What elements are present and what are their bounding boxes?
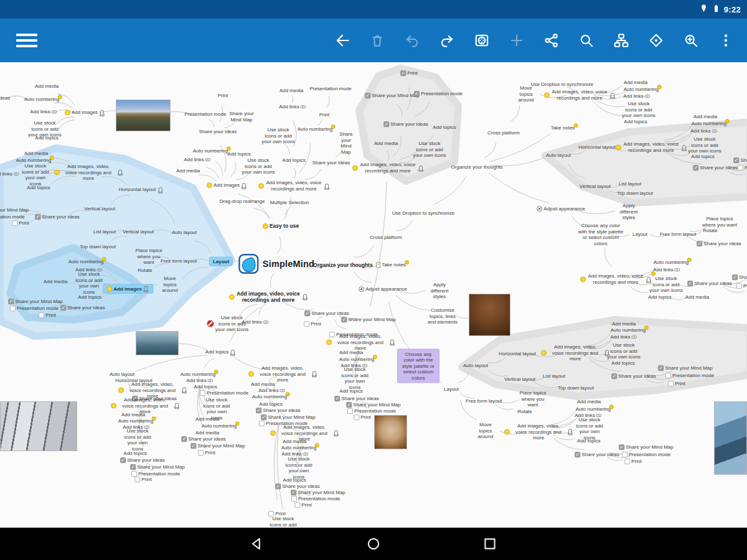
- mindmap-node[interactable]: Horizontal layout: [499, 351, 536, 357]
- mindmap-node[interactable]: Vertical layout: [123, 229, 154, 235]
- mindmap-node[interactable]: Share your ideas: [312, 160, 350, 166]
- mindmap-node[interactable]: Auto numbering: [24, 96, 59, 103]
- mindmap-node[interactable]: Add images, video, voice recordings and …: [229, 291, 309, 303]
- mindmap-node[interactable]: List layout: [543, 373, 565, 380]
- mindmap-node[interactable]: Use stock icons or add your own icons: [413, 141, 446, 159]
- mindmap-node[interactable]: Add topics: [227, 151, 250, 157]
- mindmap-node[interactable]: Top down layout: [617, 190, 653, 197]
- mindmap-node[interactable]: Share your Mind Map: [337, 131, 355, 155]
- mindmap-node[interactable]: Drag-drop rearrange: [220, 198, 265, 205]
- mindmap-node[interactable]: Use Dropbox to synchronize: [531, 82, 594, 88]
- mindmap-node[interactable]: Add media: [121, 412, 145, 418]
- mindmap-node[interactable]: Add media: [283, 439, 306, 445]
- mindmap-node[interactable]: Add topics: [577, 438, 600, 444]
- mindmap-node[interactable]: ✓Share your Mind Map: [346, 402, 400, 408]
- mindmap-canvas[interactable]: Add imagesShare your ideasAdd mediaAuto …: [0, 62, 747, 528]
- nav-recents-icon[interactable]: [482, 536, 498, 552]
- mindmap-node[interactable]: Add topics: [339, 388, 362, 394]
- mindmap-node[interactable]: Presentation mode: [736, 283, 747, 289]
- mindmap-node[interactable]: Add media: [577, 399, 601, 405]
- mindmap-node[interactable]: Use stock icons or add your own icons: [261, 127, 295, 145]
- mindmap-node[interactable]: Auto numbering: [654, 259, 688, 266]
- mindmap-node[interactable]: ✓Share your ideas: [383, 121, 428, 128]
- mindmap-node[interactable]: Place topics where you want: [131, 248, 166, 266]
- mindmap-node[interactable]: Take notes: [376, 262, 406, 268]
- mindmap-node[interactable]: Use stock icons or add your own icons: [123, 428, 152, 452]
- mindmap-node[interactable]: Add media: [195, 416, 219, 422]
- mindmap-node[interactable]: Add media: [374, 141, 398, 147]
- mindmap-node[interactable]: Use stock icons or add your own icons: [649, 276, 683, 294]
- mindmap-node[interactable]: ✓Share your Mind Map: [190, 443, 245, 449]
- mindmap-node[interactable]: Free form layout: [660, 231, 696, 238]
- center-focus-icon[interactable]: [648, 32, 664, 49]
- mindmap-node[interactable]: Print: [39, 312, 55, 319]
- redo-icon[interactable]: [439, 32, 455, 49]
- mindmap-node[interactable]: Add images, video, voice recordings and …: [580, 273, 652, 285]
- nav-back-icon[interactable]: [249, 536, 265, 552]
- mindmap-node[interactable]: Auto numbering: [624, 86, 659, 93]
- mindmap-node[interactable]: Print: [134, 477, 151, 483]
- mindmap-node[interactable]: Print: [668, 381, 685, 387]
- mindmap-node[interactable]: Auto numbering: [118, 418, 153, 424]
- mindmap-node[interactable]: Add images, video, voice recordings and …: [258, 180, 331, 192]
- mindmap-node[interactable]: Share your ideas: [0, 95, 10, 101]
- mindmap-node[interactable]: Add topics: [78, 294, 101, 301]
- mindmap-node[interactable]: Adjust appearance: [359, 286, 407, 292]
- mindmap-node[interactable]: Add topics: [27, 185, 50, 191]
- mindmap-node[interactable]: Add links: [690, 128, 717, 134]
- mindmap-node[interactable]: Use stock icons or add your own icons: [622, 101, 655, 119]
- mindmap-node[interactable]: Add images, video, voice recordings and …: [544, 89, 616, 101]
- share-icon[interactable]: [543, 32, 560, 49]
- mindmap-node[interactable]: ✓Share your Mind Map: [733, 157, 747, 164]
- mindmap-node[interactable]: Add media: [24, 151, 48, 157]
- mindmap-node[interactable]: Print: [12, 220, 29, 226]
- mindmap-node[interactable]: Presentation mode: [347, 408, 396, 414]
- mindmap-node[interactable]: ✓Share your Mind Map: [261, 414, 315, 421]
- mindmap-node[interactable]: Auto numbering: [202, 423, 237, 429]
- embedded-image[interactable]: [469, 294, 510, 336]
- search-icon[interactable]: [578, 32, 594, 49]
- style-palette-icon[interactable]: [474, 32, 490, 49]
- mindmap-node[interactable]: Multiple Selection: [270, 200, 309, 206]
- mindmap-node[interactable]: Add links: [242, 319, 268, 325]
- mindmap-node[interactable]: ✓Share your Mind Map: [341, 317, 395, 323]
- mindmap-node[interactable]: Auto numbering: [181, 371, 215, 378]
- menu-icon[interactable]: [16, 30, 37, 51]
- mindmap-node[interactable]: ✓Presentation mode: [414, 91, 463, 97]
- mindmap-node[interactable]: Add topics: [205, 349, 237, 355]
- mindmap-node[interactable]: Add images, video, voice recordings and …: [54, 164, 124, 182]
- layout-tree-icon[interactable]: [613, 32, 629, 49]
- mindmap-node[interactable]: Add links: [0, 171, 19, 177]
- mindmap-node[interactable]: ✓Share your ideas: [611, 373, 655, 380]
- mindmap-node[interactable]: Auto numbering: [576, 406, 611, 413]
- mindmap-node[interactable]: ✓Share your ideas: [35, 214, 79, 220]
- mindmap-node[interactable]: Add media: [44, 279, 67, 285]
- mindmap-node[interactable]: Presentation mode: [622, 452, 670, 458]
- mindmap-node[interactable]: Apply different styles: [424, 282, 455, 300]
- mindmap-node[interactable]: Print: [294, 502, 311, 508]
- mindmap-node[interactable]: Add media: [685, 294, 709, 301]
- mindmap-node[interactable]: Add media: [339, 350, 363, 356]
- mindmap-node[interactable]: Add images, video, voice recordings and …: [326, 334, 396, 352]
- mindmap-node[interactable]: Add media: [612, 321, 636, 327]
- mindmap-node[interactable]: Auto numbering: [339, 357, 374, 363]
- mindmap-node[interactable]: ✓Share your ideas: [275, 483, 319, 490]
- mindmap-node[interactable]: Auto numbering: [281, 445, 316, 451]
- mindmap-node[interactable]: Top down layout: [80, 244, 116, 250]
- overflow-menu-icon[interactable]: [718, 32, 734, 49]
- mindmap-node[interactable]: Add topics: [282, 157, 305, 164]
- mindmap-node[interactable]: Place topics where you want: [701, 216, 738, 228]
- mindmap-node[interactable]: Add topics: [283, 477, 306, 483]
- mindmap-node[interactable]: ✓Share your Mind Map: [130, 464, 184, 470]
- mindmap-node[interactable]: Share your Mind Map: [227, 111, 256, 123]
- mindmap-node[interactable]: ✓Share your ideas: [575, 452, 619, 458]
- mindmap-node[interactable]: ✓Share your Mind Map: [619, 444, 673, 450]
- mindmap-node[interactable]: Add topics: [691, 154, 714, 160]
- mindmap-node[interactable]: Use stock icons or add your own icons: [607, 342, 641, 360]
- mindmap-node[interactable]: ✓Share your Mind Map: [732, 274, 747, 281]
- mindmap-node[interactable]: Add topics: [433, 124, 456, 131]
- back-icon[interactable]: [334, 32, 350, 49]
- mindmap-node[interactable]: Auto numbering: [68, 259, 103, 265]
- embedded-image[interactable]: [0, 401, 77, 451]
- mindmap-central-topic[interactable]: SimpleMind: [238, 254, 314, 274]
